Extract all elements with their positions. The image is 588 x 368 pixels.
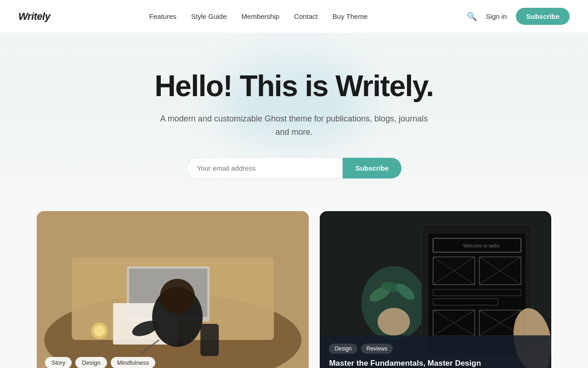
- tag-design[interactable]: Design: [75, 357, 107, 368]
- nav-links: Features Style Guide Membership Contact …: [149, 12, 368, 20]
- nav-features[interactable]: Features: [149, 12, 176, 20]
- cards-grid: Story Design Mindfulness: [37, 211, 551, 368]
- card-right-col: Welcome to webs: [320, 211, 551, 368]
- search-icon[interactable]: 🔍: [467, 12, 477, 22]
- logo[interactable]: Writely: [18, 11, 50, 23]
- signin-link[interactable]: Sign in: [486, 12, 507, 20]
- navigation: Writely Features Style Guide Membership …: [0, 0, 588, 33]
- svg-rect-11: [200, 324, 219, 356]
- tag-mindfulness[interactable]: Mindfulness: [111, 357, 155, 368]
- nav-buy-theme[interactable]: Buy Theme: [333, 12, 368, 20]
- tag-design-dark[interactable]: Design: [329, 344, 357, 354]
- nav-right: 🔍 Sign in Subscribe: [467, 8, 570, 25]
- svg-point-10: [94, 325, 105, 336]
- nav-membership[interactable]: Membership: [242, 12, 280, 20]
- hero-subscribe-button[interactable]: Subscribe: [343, 158, 402, 178]
- subscribe-form: Subscribe: [18, 157, 570, 179]
- hero-section: Hello! This is Writely. A modern and cus…: [0, 33, 588, 211]
- svg-text:Welcome to webs: Welcome to webs: [464, 243, 500, 248]
- card-left-tags: Story Design Mindfulness: [45, 357, 155, 368]
- card-right-title: Master the Fundamentals, Master Design: [329, 358, 542, 368]
- card-overlay-tags: Design Reviews: [329, 344, 542, 354]
- card-overlay: Design Reviews Master the Fundamentals, …: [320, 335, 551, 368]
- tag-story[interactable]: Story: [45, 357, 72, 368]
- svg-point-15: [378, 308, 410, 335]
- nav-contact[interactable]: Contact: [294, 12, 318, 20]
- hero-heading: Hello! This is Writely.: [18, 70, 570, 102]
- subscribe-button[interactable]: Subscribe: [516, 8, 570, 25]
- card-large-left[interactable]: Story Design Mindfulness: [37, 211, 309, 368]
- cards-section: Story Design Mindfulness: [0, 211, 588, 368]
- tag-reviews-dark[interactable]: Reviews: [361, 344, 393, 354]
- email-input[interactable]: [187, 157, 343, 179]
- card-right-top[interactable]: Welcome to webs: [320, 211, 551, 368]
- nav-style-guide[interactable]: Style Guide: [191, 12, 227, 20]
- hero-subheading: A modern and customizable Ghost theme fo…: [156, 112, 432, 139]
- svg-point-7: [160, 279, 195, 314]
